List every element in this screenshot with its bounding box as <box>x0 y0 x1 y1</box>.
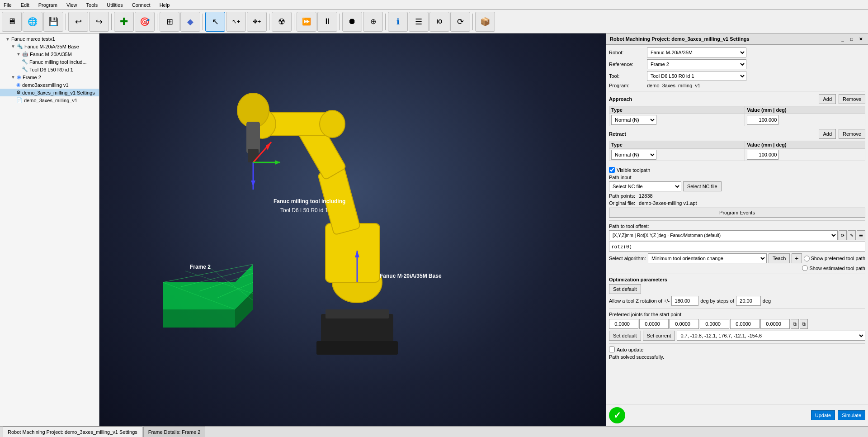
tool-select[interactable]: Tool D6 L50 R0 id 1 <box>647 71 746 81</box>
path-input-select[interactable]: Select NC file <box>609 181 681 191</box>
teach-button[interactable]: Teach <box>769 253 790 263</box>
approach-remove-button[interactable]: Remove <box>839 94 865 104</box>
algorithm-add-button[interactable]: + <box>792 253 802 263</box>
radiation-button[interactable]: ☢ <box>272 12 292 32</box>
simulate-button[interactable]: Simulate <box>838 410 865 420</box>
save-button[interactable]: 💾 <box>43 12 63 32</box>
rotation-value-input[interactable] <box>671 296 698 306</box>
auto-update-checkbox[interactable] <box>609 347 615 352</box>
io-button[interactable]: IO <box>429 12 449 32</box>
menu-edit[interactable]: Edit <box>19 1 31 9</box>
add-button[interactable]: ✚ <box>114 12 134 32</box>
open-button[interactable]: 🌐 <box>23 12 42 32</box>
program-events-button[interactable]: Program Events <box>609 208 865 218</box>
path-offset-btn2[interactable]: ✎ <box>848 230 856 240</box>
path-offset-expression[interactable] <box>609 242 865 252</box>
approach-type-select[interactable]: Normal (N) <box>611 115 656 125</box>
minimize-button[interactable]: _ <box>839 35 846 43</box>
close-button[interactable]: ✕ <box>857 35 864 43</box>
tree-item-program[interactable]: 📄 demo_3axes_milling_v1 <box>0 96 99 104</box>
original-file-label: Original file: <box>609 200 635 206</box>
drag-button[interactable]: ✥+ <box>247 12 267 32</box>
robot-select[interactable]: Fanuc M-20iA/35M <box>647 48 746 57</box>
status-tab-settings[interactable]: Robot Machining Project: demo_3axes_mill… <box>3 427 142 437</box>
reference-label: Reference: <box>609 62 645 67</box>
tree-item-robot[interactable]: ▼ 🤖 Fanuc M-20iA/35M <box>0 50 99 58</box>
info-button[interactable]: ℹ <box>388 12 408 32</box>
addpath-button[interactable]: ⊕ <box>363 12 383 32</box>
show-estimated-radio[interactable] <box>802 265 808 271</box>
path-offset-btn3[interactable]: ☰ <box>857 230 865 240</box>
record-button[interactable]: ⏺ <box>342 12 362 32</box>
svg-text:Fanuc milling tool including: Fanuc milling tool including <box>274 198 345 204</box>
menu-help[interactable]: Help <box>158 1 172 9</box>
svg-marker-25 <box>251 180 255 186</box>
auto-update-label: Auto update <box>617 347 643 352</box>
status-tab-settings-label: Robot Machining Project: demo_3axes_mill… <box>8 429 137 435</box>
menu-view[interactable]: View <box>65 1 79 9</box>
approach-value-input[interactable] <box>747 115 778 125</box>
restore-button[interactable]: □ <box>848 35 855 43</box>
status-tab-frame[interactable]: Frame Details: Frame 2 <box>143 427 206 437</box>
show-preferred-radio[interactable] <box>804 256 810 261</box>
reference-select[interactable]: Frame 2 <box>647 59 746 69</box>
menu-connect[interactable]: Connect <box>130 1 152 9</box>
menu-file[interactable]: File <box>2 1 14 9</box>
retract-type-select[interactable]: Normal (N) <box>611 150 656 160</box>
workspace-button[interactable]: 🖥 <box>2 12 22 32</box>
sync-button[interactable]: ⟳ <box>450 12 470 32</box>
play-button[interactable]: ⏩ <box>297 12 316 32</box>
joints-set-current-button[interactable]: Set current <box>643 331 675 341</box>
package-button[interactable]: 📦 <box>475 12 495 32</box>
visible-toolpath-checkbox[interactable] <box>609 167 615 173</box>
tree-item-demo3axes[interactable]: ◉ demo3axesmilling v1 <box>0 81 99 89</box>
menu-bar: File Edit Program View Tools Utilities C… <box>0 0 868 10</box>
expand-icon-frame: ▼ <box>11 75 15 80</box>
menu-tools[interactable]: Tools <box>85 1 100 9</box>
fitall-button[interactable]: ⊞ <box>160 12 179 32</box>
tree-item-tool[interactable]: 🔧 Tool D6 L50 R0 id 1 <box>0 66 99 73</box>
tree-item-toolincl[interactable]: 🔧 Fanuc milling tool includ... <box>0 58 99 66</box>
menu-program[interactable]: Program <box>37 1 59 9</box>
joint-copy-btn[interactable]: ⧉ <box>791 319 799 329</box>
target-button[interactable]: 🎯 <box>135 12 155 32</box>
algorithm-select[interactable]: Minimum tool orientation change <box>648 253 767 263</box>
tree-item-base[interactable]: ▼ 🔩 Fanuc M-20iA/35M Base <box>0 43 99 50</box>
multiselect-button[interactable]: ↖+ <box>226 12 246 32</box>
tree-item-root[interactable]: ▼ Fanuc marco testv1 <box>0 35 99 43</box>
select-nc-file-button[interactable]: Select NC file <box>683 181 722 191</box>
redo-button[interactable]: ↪ <box>89 12 109 32</box>
retract-add-button[interactable]: Add <box>819 129 836 139</box>
joint2-input[interactable] <box>639 319 669 329</box>
perspective-button[interactable]: ◆ <box>180 12 200 32</box>
update-button[interactable]: Update <box>811 410 835 420</box>
joint5-input[interactable] <box>730 319 760 329</box>
set-default-button[interactable]: Set default <box>609 284 641 294</box>
retract-remove-button[interactable]: Remove <box>839 129 865 139</box>
path-offset-formula-select[interactable]: [X,Y,Z]mm | Rot[X,Y,Z ]deg - Fanuc/Motom… <box>609 230 838 240</box>
deg-step-input[interactable] <box>736 296 761 306</box>
status-bar: Robot Machining Project: demo_3axes_mill… <box>0 426 868 437</box>
undo-button[interactable]: ↩ <box>68 12 88 32</box>
path-offset-btn1[interactable]: ⟳ <box>839 230 847 240</box>
tree-item-frame2[interactable]: ▼ ◉ Frame 2 <box>0 73 99 81</box>
main-layout: ▼ Fanuc marco testv1 ▼ 🔩 Fanuc M-20iA/35… <box>0 33 868 426</box>
joints-set-default-button[interactable]: Set default <box>609 331 641 341</box>
joint4-input[interactable] <box>700 319 729 329</box>
pause-button[interactable]: ⏸ <box>317 12 337 32</box>
joint3-input[interactable] <box>670 319 699 329</box>
svg-rect-23 <box>248 149 259 162</box>
retract-value-input[interactable] <box>747 150 778 160</box>
joint1-input[interactable] <box>609 319 638 329</box>
joints-values-select[interactable]: 0.7, -10.8, -12.1, 176.7, -12.1, -154.6 <box>677 331 865 341</box>
menu-utilities[interactable]: Utilities <box>105 1 124 9</box>
list-button[interactable]: ☰ <box>409 12 429 32</box>
joint-paste-btn[interactable]: ⧉ <box>800 319 808 329</box>
joint6-input[interactable] <box>760 319 790 329</box>
viewport-3d[interactable]: Frame 2 <box>99 33 606 426</box>
algorithm-row: Select algorithm: Minimum tool orientati… <box>609 253 865 263</box>
approach-add-button[interactable]: Add <box>819 94 836 104</box>
select-button[interactable]: ↖ <box>205 12 225 32</box>
tree-item-settings[interactable]: ⚙ demo_3axes_milling_v1 Settings <box>0 89 99 96</box>
deg-label: deg <box>763 298 771 304</box>
